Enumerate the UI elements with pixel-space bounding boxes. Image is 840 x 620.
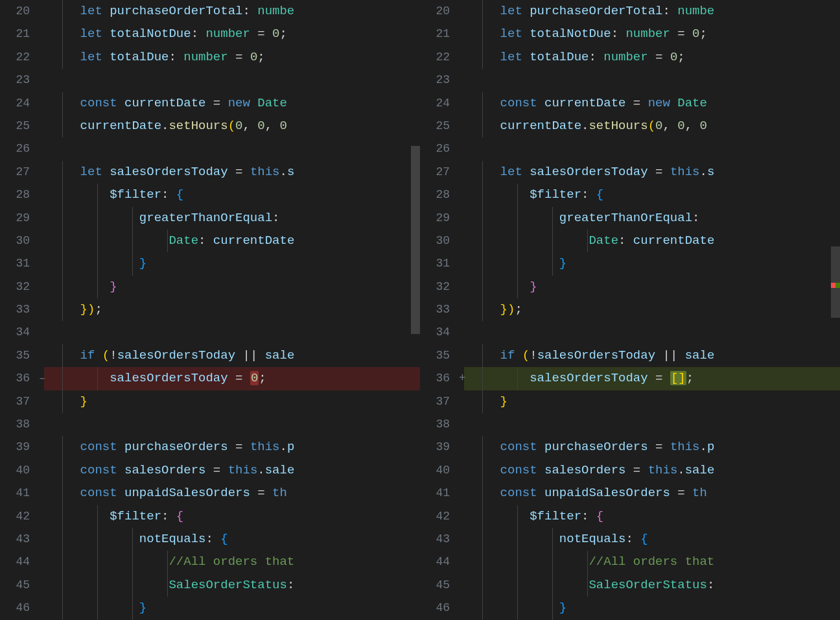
code-line[interactable]: const purchaseOrders = this.p: [44, 436, 420, 459]
code-token: {: [220, 532, 228, 546]
code-token: $filter: [530, 187, 581, 202]
code-token: }: [80, 302, 88, 316]
code-token: sale: [265, 463, 295, 477]
code-line[interactable]: salesOrdersToday = [];: [464, 367, 840, 390]
indent-guide: [132, 528, 133, 551]
line-number: 38: [0, 413, 44, 436]
code-token: this: [670, 165, 700, 179]
indent-guide: [97, 230, 98, 252]
indent-guide: [517, 230, 518, 252]
code-line[interactable]: let totalDue: number = 0;: [464, 46, 840, 69]
code-line[interactable]: $filter: {: [464, 184, 840, 206]
code-token: }: [500, 302, 508, 316]
code-line[interactable]: //All orders that: [44, 551, 420, 573]
code-line[interactable]: }: [44, 276, 420, 298]
code-token: =: [228, 440, 250, 454]
code-token: ||: [235, 348, 265, 363]
overview-ruler[interactable]: [831, 0, 840, 620]
code-line[interactable]: }: [44, 252, 420, 275]
code-line[interactable]: SalesOrderStatus:: [44, 574, 420, 597]
code-token: [471, 96, 500, 110]
code-line[interactable]: $filter: {: [44, 505, 420, 528]
code-line[interactable]: let salesOrdersToday = this.s: [44, 161, 420, 184]
indent-guide: [167, 230, 168, 252]
code-line[interactable]: [44, 69, 420, 91]
code-line[interactable]: }: [464, 252, 840, 275]
code-line[interactable]: });: [464, 298, 840, 321]
code-line[interactable]: if (!salesOrdersToday || sale: [44, 344, 420, 367]
code-line[interactable]: }: [464, 276, 840, 298]
code-line[interactable]: //All orders that: [464, 551, 840, 573]
scrollbar-thumb-left[interactable]: [411, 146, 420, 334]
code-line[interactable]: $filter: {: [464, 505, 840, 528]
code-line[interactable]: });: [44, 298, 420, 321]
code-token: ;: [515, 302, 522, 316]
code-area-right[interactable]: let purchaseOrderTotal: numbe let totalN…: [464, 0, 840, 620]
indent-guide: [62, 115, 63, 137]
code-token: 0: [250, 50, 257, 64]
code-line[interactable]: let totalNotDue: number = 0;: [464, 23, 840, 45]
code-line[interactable]: [464, 137, 840, 160]
code-token: SalesOrderStatus: [169, 578, 286, 592]
code-line[interactable]: let purchaseOrderTotal: numbe: [464, 0, 840, 23]
code-token: =: [228, 371, 250, 385]
code-line[interactable]: [44, 413, 420, 436]
code-token: =: [670, 27, 692, 41]
code-token: !: [110, 348, 117, 363]
code-line[interactable]: const unpaidSalesOrders = th: [44, 482, 420, 505]
code-line[interactable]: const currentDate = new Date: [44, 92, 420, 115]
indent-guide: [62, 436, 63, 459]
code-token: [51, 4, 80, 18]
code-line[interactable]: salesOrdersToday = 0;: [44, 367, 420, 390]
code-token: :: [589, 50, 603, 64]
code-token: :: [242, 4, 257, 18]
line-number: 30: [420, 230, 464, 252]
code-line[interactable]: let totalNotDue: number = 0;: [44, 23, 420, 45]
code-token: [51, 211, 139, 225]
code-token: .: [677, 463, 684, 477]
code-line[interactable]: }: [44, 390, 420, 413]
code-line[interactable]: }: [464, 597, 840, 619]
code-line[interactable]: [44, 321, 420, 344]
code-line[interactable]: $filter: {: [44, 184, 420, 206]
code-line[interactable]: currentDate.setHours(0, 0, 0: [44, 115, 420, 137]
code-line[interactable]: Date: currentDate: [44, 230, 420, 252]
code-line[interactable]: }: [44, 597, 420, 619]
code-token: number: [205, 27, 250, 41]
code-token: Date: [589, 233, 618, 248]
overview-scroll-region[interactable]: [831, 246, 840, 318]
code-line[interactable]: greaterThanOrEqual:: [44, 207, 420, 230]
code-line[interactable]: [464, 413, 840, 436]
code-line[interactable]: [464, 69, 840, 91]
code-line[interactable]: const salesOrders = this.sale: [44, 459, 420, 482]
diff-view: 2021222324252627282930313233343536–37383…: [0, 0, 840, 620]
code-token: purchaseOrderTotal: [110, 4, 242, 18]
code-token: [51, 486, 80, 500]
code-area-left[interactable]: let purchaseOrderTotal: numbe let totalN…: [44, 0, 420, 620]
original-pane[interactable]: 2021222324252627282930313233343536–37383…: [0, 0, 420, 620]
code-line[interactable]: Date: currentDate: [464, 230, 840, 252]
code-line[interactable]: notEquals: {: [464, 528, 840, 551]
code-line[interactable]: greaterThanOrEqual:: [464, 207, 840, 230]
code-token: [51, 165, 80, 179]
code-line[interactable]: currentDate.setHours(0, 0, 0: [464, 115, 840, 137]
line-number: 25: [0, 115, 44, 137]
modified-pane[interactable]: 2021222324252627282930313233343536+37383…: [420, 0, 840, 620]
code-token: =: [670, 486, 692, 500]
code-line[interactable]: const unpaidSalesOrders = th: [464, 482, 840, 505]
code-line[interactable]: SalesOrderStatus:: [464, 574, 840, 597]
code-line[interactable]: const currentDate = new Date: [464, 92, 840, 115]
code-line[interactable]: notEquals: {: [44, 528, 420, 551]
code-line[interactable]: const purchaseOrders = this.p: [464, 436, 840, 459]
code-line[interactable]: [44, 137, 420, 160]
code-line[interactable]: const salesOrders = this.sale: [464, 459, 840, 482]
code-line[interactable]: let salesOrdersToday = this.s: [464, 161, 840, 184]
code-token: totalNotDue: [530, 27, 611, 41]
indent-guide: [132, 597, 133, 619]
code-line[interactable]: let purchaseOrderTotal: numbe: [44, 0, 420, 23]
code-line[interactable]: }: [464, 390, 840, 413]
overview-removed-marker: [831, 283, 835, 288]
code-line[interactable]: let totalDue: number = 0;: [44, 46, 420, 69]
code-line[interactable]: if (!salesOrdersToday || sale: [464, 344, 840, 367]
code-line[interactable]: [464, 321, 840, 344]
